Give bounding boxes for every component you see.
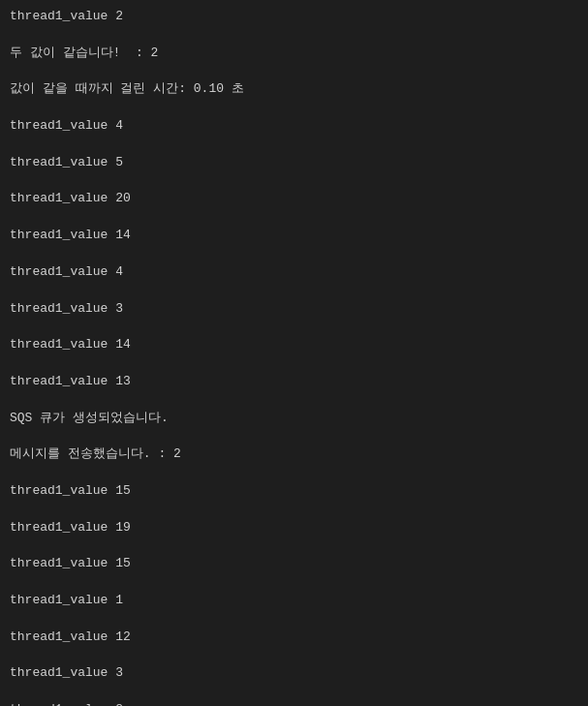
terminal-line: thread1_value 19 — [10, 519, 578, 537]
terminal-line: thread1_value 20 — [10, 190, 578, 208]
terminal-line: thread1_value 12 — [10, 629, 578, 647]
terminal-line: thread1_value 3 — [10, 664, 578, 683]
terminal-line: SQS 큐가 생성되었습니다. — [10, 410, 578, 428]
terminal-line: thread1_value 5 — [10, 154, 578, 172]
terminal-line: thread1_value 3 — [10, 300, 578, 319]
terminal-line: thread1_value 8 — [10, 701, 578, 706]
terminal-line: thread1_value 13 — [10, 373, 578, 391]
terminal-output: thread1_value 2 두 값이 같습니다! : 2 값이 같을 때까지… — [10, 8, 578, 706]
terminal-line: thread1_value 14 — [10, 227, 578, 245]
terminal-line: thread1_value 15 — [10, 555, 578, 573]
terminal-line: thread1_value 4 — [10, 117, 578, 136]
terminal-line: thread1_value 15 — [10, 482, 578, 501]
terminal-line: 두 값이 같습니다! : 2 — [10, 45, 578, 63]
terminal-line: thread1_value 4 — [10, 263, 578, 282]
terminal-line: 메시지를 전송했습니다. : 2 — [10, 445, 578, 464]
terminal-line: 값이 같을 때까지 걸린 시간: 0.10 초 — [10, 80, 578, 99]
terminal-line: thread1_value 2 — [10, 8, 578, 26]
terminal-line: thread1_value 1 — [10, 592, 578, 610]
terminal-line: thread1_value 14 — [10, 336, 578, 354]
